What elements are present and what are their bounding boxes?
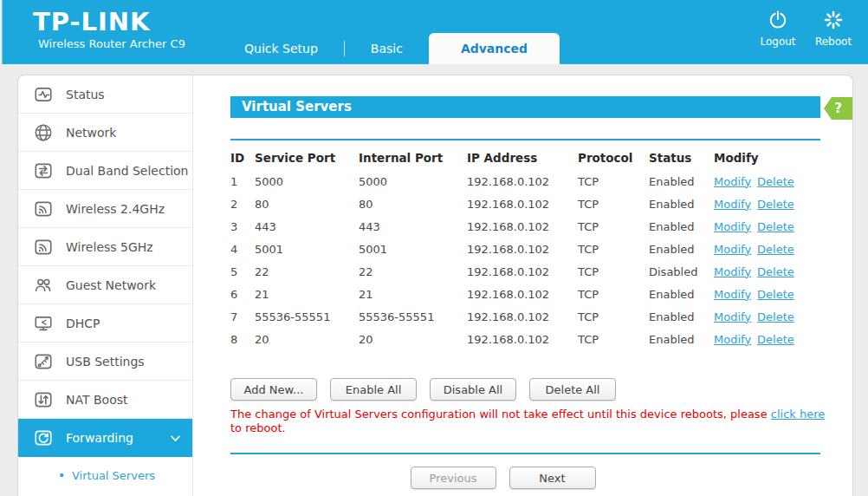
add-new-button[interactable]: Add New...: [230, 378, 317, 401]
sidebar-item-dhcp[interactable]: DHCP: [18, 304, 192, 343]
next-button[interactable]: Next: [509, 467, 596, 489]
modify-link[interactable]: Modify: [714, 198, 751, 211]
cell-internal-port: 22: [359, 260, 467, 283]
delete-link[interactable]: Delete: [757, 175, 794, 188]
delete-link[interactable]: Delete: [757, 220, 794, 233]
cell-protocol: TCP: [578, 215, 649, 238]
cell-internal-port: 5001: [359, 238, 467, 260]
table-header-row: ID Service Port Internal Port IP Address…: [230, 146, 818, 170]
reboot-icon: [823, 10, 844, 33]
modify-link[interactable]: Modify: [714, 288, 751, 301]
sidebar-item-label: Status: [66, 88, 105, 101]
col-status: Status: [649, 146, 714, 170]
table-row: 2 80 80 192.168.0.102 TCP Enabled Modify…: [230, 193, 818, 215]
sidebar-item-wireless-24ghz[interactable]: Wireless 2.4GHz: [18, 190, 192, 228]
delete-link[interactable]: Delete: [757, 198, 794, 211]
table-row: 3 443 443 192.168.0.102 TCP Enabled Modi…: [230, 215, 818, 238]
cell-id: 2: [230, 193, 255, 215]
cell-ip: 192.168.0.102: [467, 170, 578, 193]
cell-service-port: 20: [255, 328, 359, 350]
disable-all-button[interactable]: Disable All: [430, 378, 516, 401]
cell-internal-port: 20: [359, 328, 467, 350]
delete-all-button[interactable]: Delete All: [529, 378, 616, 401]
warning-text: to reboot.: [230, 421, 286, 434]
delete-link[interactable]: Delete: [757, 243, 794, 256]
click-here-link[interactable]: click here: [771, 408, 825, 421]
sidebar-item-nat-boost[interactable]: NAT Boost: [18, 381, 192, 419]
cell-protocol: TCP: [578, 305, 649, 328]
content-card: Status Network Dual Band Selection: [17, 75, 853, 496]
wifi-icon: [33, 199, 54, 219]
sidebar-subitem-virtual-servers[interactable]: Virtual Servers: [18, 457, 192, 493]
divider: [230, 139, 820, 140]
col-service-port: Service Port: [255, 146, 359, 170]
cell-protocol: TCP: [578, 170, 649, 193]
tab-advanced[interactable]: Advanced: [429, 33, 560, 64]
logout-button[interactable]: Logout: [757, 10, 799, 48]
cell-id: 4: [230, 238, 255, 260]
virtual-servers-table: ID Service Port Internal Port IP Address…: [230, 146, 818, 350]
col-modify: Modify: [714, 146, 818, 170]
modify-link[interactable]: Modify: [714, 310, 751, 323]
modify-link[interactable]: Modify: [714, 265, 751, 278]
cell-status: Enabled: [649, 283, 714, 305]
brand-model: Wireless Router Archer C9: [38, 37, 185, 50]
page-title: Virtual Servers: [230, 96, 820, 118]
cell-ip: 192.168.0.102: [467, 193, 578, 215]
warning-text: The change of Virtual Servers configurat…: [230, 408, 771, 421]
sidebar-item-label: Dual Band Selection: [66, 164, 188, 178]
delete-link[interactable]: Delete: [757, 310, 794, 323]
cell-service-port: 80: [255, 193, 359, 215]
modify-link[interactable]: Modify: [714, 333, 751, 346]
forwarding-icon: [33, 427, 54, 448]
pager: Previous Next: [230, 467, 820, 489]
divider: [230, 453, 820, 454]
sidebar-item-status[interactable]: Status: [18, 75, 192, 114]
cell-service-port: 5001: [255, 238, 359, 260]
table-row: 6 21 21 192.168.0.102 TCP Enabled Modify…: [230, 283, 818, 305]
sidebar-item-label: USB Settings: [66, 355, 145, 369]
cell-service-port: 5000: [255, 170, 359, 193]
cell-status: Disabled: [649, 260, 714, 283]
cell-ip: 192.168.0.102: [467, 305, 578, 328]
modify-link[interactable]: Modify: [714, 220, 751, 233]
previous-button[interactable]: Previous: [411, 467, 496, 489]
cell-ip: 192.168.0.102: [467, 238, 578, 260]
tab-quick-setup[interactable]: Quick Setup: [218, 33, 344, 64]
sidebar-item-forwarding[interactable]: Forwarding: [18, 419, 192, 457]
dhcp-icon: [33, 313, 54, 334]
sidebar-item-wireless-5ghz[interactable]: Wireless 5GHz: [18, 228, 192, 266]
cell-protocol: TCP: [578, 193, 649, 215]
cell-status: Enabled: [649, 328, 714, 350]
sidebar-item-label: NAT Boost: [66, 393, 127, 407]
cell-status: Enabled: [649, 305, 714, 328]
main-content: Virtual Servers ? ID Service Port Intern…: [193, 75, 852, 496]
wifi-icon: [33, 237, 54, 258]
delete-link[interactable]: Delete: [757, 265, 794, 278]
sidebar-item-usb-settings[interactable]: USB Settings: [18, 343, 192, 381]
cell-id: 1: [230, 170, 255, 193]
sidebar: Status Network Dual Band Selection: [18, 75, 193, 496]
modify-link[interactable]: Modify: [714, 175, 751, 188]
cell-ip: 192.168.0.102: [467, 283, 578, 305]
sidebar-subitem-label: Virtual Servers: [72, 469, 155, 482]
modify-link[interactable]: Modify: [714, 243, 751, 256]
app-header: TP-LINK Wireless Router Archer C9 Quick …: [0, 0, 868, 64]
sidebar-item-dual-band-selection[interactable]: Dual Band Selection: [18, 152, 192, 190]
sidebar-item-label: DHCP: [66, 317, 100, 330]
dual-band-icon: [33, 160, 54, 181]
cell-id: 7: [230, 305, 255, 328]
page: TP-LINK Wireless Router Archer C9 Quick …: [0, 0, 868, 496]
sidebar-item-network[interactable]: Network: [18, 114, 192, 152]
logout-label: Logout: [760, 36, 795, 48]
cell-internal-port: 443: [359, 215, 467, 238]
tab-basic[interactable]: Basic: [345, 33, 429, 64]
sidebar-item-guest-network[interactable]: Guest Network: [18, 266, 192, 304]
help-button[interactable]: ?: [824, 97, 852, 120]
reboot-button[interactable]: Reboot: [813, 10, 854, 48]
globe-icon: [33, 122, 54, 143]
enable-all-button[interactable]: Enable All: [330, 378, 417, 401]
cell-id: 6: [230, 283, 255, 305]
delete-link[interactable]: Delete: [757, 288, 794, 301]
delete-link[interactable]: Delete: [757, 333, 794, 346]
